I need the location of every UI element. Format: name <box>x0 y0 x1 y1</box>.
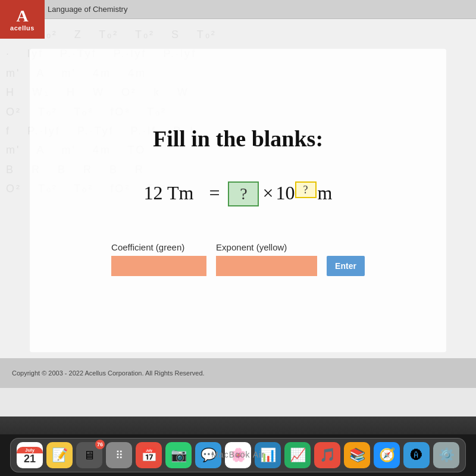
acellus-logo-letter: A <box>16 8 28 24</box>
acellus-logo: A acellus <box>0 0 45 39</box>
coefficient-input[interactable] <box>111 256 206 276</box>
dock-badge: 76 <box>95 440 105 449</box>
acellus-logo-name: acellus <box>10 24 35 32</box>
input-section: Coefficient (green) Exponent (yellow) En… <box>111 242 365 276</box>
coefficient-label: Coefficient (green) <box>111 242 184 252</box>
enter-button[interactable]: Enter <box>327 256 365 276</box>
equation-left: 12 Tm <box>144 182 194 204</box>
coefficient-box: ? <box>228 181 259 206</box>
title-bar: Language of Chemistry <box>0 0 476 19</box>
copyright-text: Copyright © 2003 - 2022 Acellus Corporat… <box>12 369 205 377</box>
exponent-input-group: Exponent (yellow) <box>216 242 317 276</box>
base-10: 10 <box>276 182 295 204</box>
main-content: Fill in the blanks: 12 Tm = ? × 10 ? m C… <box>30 49 446 352</box>
macbook-chin <box>0 416 476 434</box>
exponent-box: ? <box>295 181 317 198</box>
fill-blanks-heading: Fill in the blanks: <box>153 126 323 152</box>
course-title: Language of Chemistry <box>48 5 127 14</box>
times-symbol: × <box>262 182 273 204</box>
screen: Language of Chemistry A acellus O² T₀² Z… <box>0 0 476 416</box>
exponent-placeholder: ? <box>303 184 308 196</box>
exponent-label: Exponent (yellow) <box>216 242 287 252</box>
unit-m: m <box>318 182 333 204</box>
equation: 12 Tm = ? × 10 ? m <box>144 181 333 206</box>
coefficient-placeholder: ? <box>240 184 247 203</box>
footer: Copyright © 2003 - 2022 Acellus Corporat… <box>0 358 476 388</box>
macbook-label-area: MacBook Air <box>0 449 476 460</box>
macbook-label: MacBook Air <box>211 450 265 459</box>
content-area: O² T₀² Z T₀² T₀² S T₀² · lyf P.·Tyf P.·l… <box>0 19 476 388</box>
coefficient-input-group: Coefficient (green) <box>111 242 206 276</box>
equation-equals: = <box>209 182 220 204</box>
exponent-input[interactable] <box>216 256 317 276</box>
